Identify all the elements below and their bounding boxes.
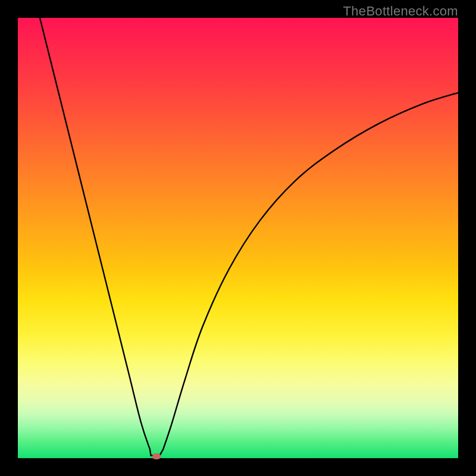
bottleneck-curve — [18, 18, 458, 458]
minimum-marker — [152, 453, 161, 459]
chart-frame: TheBottleneck.com — [0, 0, 476, 476]
attribution-text: TheBottleneck.com — [343, 4, 458, 19]
plot-area — [18, 18, 458, 458]
curve-path — [40, 18, 458, 456]
